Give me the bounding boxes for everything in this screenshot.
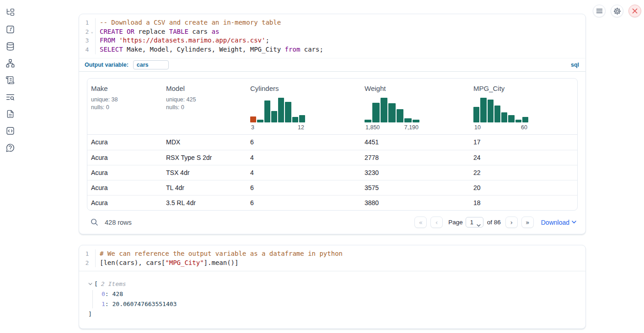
- column-title: Model: [166, 85, 245, 92]
- tree-entry-key: 1: [102, 301, 105, 307]
- gear-icon[interactable]: [611, 5, 623, 17]
- histogram-axis-labels: 1060: [473, 124, 528, 131]
- code-line: [len(cars), cars["MPG_City"].mean()]: [100, 259, 585, 268]
- help-icon[interactable]: [5, 143, 15, 153]
- histogram-chart[interactable]: [365, 98, 419, 122]
- table-footer: 428 rows « ‹ Page 1 of 86 › » Do: [87, 215, 578, 230]
- histogram-bar[interactable]: [264, 100, 270, 122]
- items-count-label: 2 Items: [101, 279, 126, 289]
- last-page-button[interactable]: »: [521, 217, 534, 228]
- tree-entry-key: 0: [102, 291, 105, 297]
- histogram-bar[interactable]: [250, 116, 256, 122]
- column-header-make[interactable]: Makeunique: 38nulls: 0: [87, 79, 162, 134]
- histogram-bar[interactable]: [413, 120, 419, 122]
- histogram-bar[interactable]: [522, 117, 528, 122]
- table-cell: 3230: [361, 169, 470, 176]
- tree-entries: 0: 4281: 20.060747663551403: [88, 289, 578, 309]
- column-title: Make: [91, 85, 161, 92]
- histogram-bar[interactable]: [397, 109, 403, 122]
- python-cell: 12 # We can reference the output variabl…: [79, 245, 586, 329]
- table-cell: 3575: [361, 184, 470, 191]
- column-stat: unique: 38: [91, 96, 161, 104]
- histogram-bar[interactable]: [508, 115, 514, 122]
- helper-functions-icon[interactable]: f: [5, 24, 15, 34]
- svg-text:f: f: [9, 26, 12, 32]
- file-tree-icon[interactable]: [5, 7, 15, 17]
- fold-spacer: [89, 259, 95, 268]
- gutter-line: 2: [79, 259, 95, 268]
- code-line: # We can reference the output variable a…: [100, 249, 585, 259]
- histogram-chart[interactable]: [250, 98, 305, 122]
- fold-spacer: [89, 36, 95, 45]
- table-cell: 20: [470, 184, 577, 191]
- python-code-lines[interactable]: # We can reference the output variable a…: [96, 249, 585, 267]
- line-number: 3: [79, 36, 89, 45]
- gutter-line: 1: [79, 18, 95, 27]
- line-number: 1: [79, 249, 89, 259]
- histogram-bar[interactable]: [372, 103, 379, 122]
- histogram-bar[interactable]: [257, 120, 263, 122]
- histogram-bar[interactable]: [285, 102, 291, 122]
- histogram-bar[interactable]: [494, 106, 500, 122]
- table-cell: MDX: [162, 138, 247, 146]
- documentation-icon[interactable]: [5, 109, 15, 119]
- histogram-bar[interactable]: [480, 98, 486, 122]
- python-code-editor[interactable]: 12 # We can reference the output variabl…: [79, 245, 585, 271]
- column-header-cylinders[interactable]: Cylinders312: [247, 79, 361, 134]
- histogram-bar[interactable]: [404, 118, 411, 122]
- histogram-bar[interactable]: [488, 100, 494, 122]
- table-cell: 3.5 RL 4dr: [162, 199, 247, 206]
- table-body: AcuraMDX6445117AcuraRSX Type S 2dr427782…: [87, 135, 577, 210]
- output-variable-input[interactable]: [133, 60, 169, 69]
- column-header-model[interactable]: Modelunique: 425nulls: 0: [162, 79, 247, 134]
- line-number: 2: [79, 259, 89, 268]
- hamburger-menu-icon[interactable]: [593, 5, 606, 17]
- column-stat: nulls: 0: [166, 104, 245, 111]
- histogram-bar[interactable]: [292, 117, 298, 122]
- tree-entry-colon: :: [105, 291, 113, 297]
- code-line: CREATE OR replace TABLE cars as: [100, 27, 585, 37]
- column-header-mpg_city[interactable]: MPG_City1060: [470, 79, 577, 134]
- row-count: 428 rows: [105, 219, 132, 226]
- first-page-button[interactable]: «: [414, 217, 427, 228]
- code-token: [len(cars), cars[: [100, 259, 165, 266]
- histogram-bar[interactable]: [388, 103, 395, 122]
- download-button[interactable]: Download: [541, 219, 576, 226]
- table-cell: 6: [247, 199, 361, 206]
- histogram-bar[interactable]: [271, 111, 277, 122]
- tree-collapse-icon[interactable]: [88, 283, 92, 285]
- histogram-chart[interactable]: [473, 98, 528, 122]
- logs-search-icon[interactable]: [5, 92, 15, 102]
- sql-cell: 12⌄34 -- Download a CSV and create an in…: [79, 14, 586, 234]
- table-cell: 2778: [361, 154, 470, 161]
- next-page-button[interactable]: ›: [505, 217, 518, 228]
- snippets-icon[interactable]: [5, 126, 15, 136]
- code-token: FROM: [100, 37, 115, 44]
- histogram-axis-labels: 312: [250, 124, 305, 131]
- datasources-icon[interactable]: [5, 41, 15, 51]
- scratchpad-icon[interactable]: [5, 75, 15, 85]
- histogram-bar[interactable]: [299, 115, 305, 122]
- histogram-bar[interactable]: [381, 98, 387, 122]
- sql-code-lines[interactable]: -- Download a CSV and create an in-memor…: [96, 18, 585, 54]
- histogram-bar[interactable]: [473, 107, 479, 122]
- fold-chevron-icon[interactable]: ⌄: [89, 27, 95, 37]
- histogram-bar[interactable]: [515, 120, 521, 122]
- dependency-graph-icon[interactable]: [5, 58, 15, 68]
- table-cell: Acura: [87, 169, 162, 176]
- column-header-weight[interactable]: Weight1,8507,190: [361, 79, 470, 134]
- previous-page-button[interactable]: ‹: [430, 217, 443, 228]
- histogram-bar[interactable]: [278, 98, 284, 122]
- search-icon[interactable]: [91, 218, 98, 226]
- table-cell: 4451: [361, 138, 470, 146]
- table-cell: Acura: [87, 154, 162, 161]
- histogram-bar[interactable]: [365, 120, 371, 122]
- language-badge[interactable]: sql: [571, 62, 579, 68]
- page-select[interactable]: 1: [466, 217, 483, 227]
- sql-code-editor[interactable]: 12⌄34 -- Download a CSV and create an in…: [79, 14, 585, 58]
- shutdown-close-icon[interactable]: [628, 5, 641, 17]
- table-cell: 18: [470, 199, 577, 206]
- axis-max-label: 60: [521, 124, 527, 131]
- page-label: Page: [448, 219, 463, 226]
- histogram-bar[interactable]: [501, 112, 507, 122]
